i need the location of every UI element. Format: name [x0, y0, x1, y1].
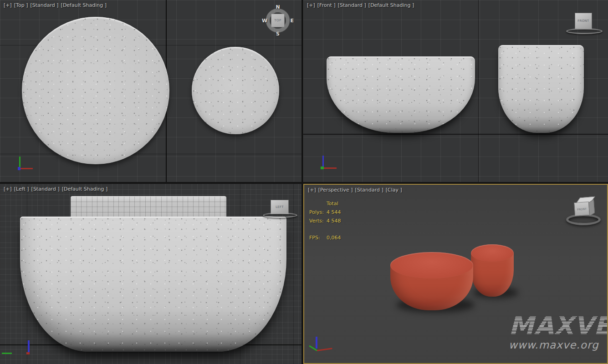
clay-planter-small-top[interactable] [471, 244, 514, 262]
watermark-brand: MAXVE [509, 313, 608, 338]
grid-origin-axis-z [478, 0, 479, 182]
viewport-menu-pov[interactable]: [Front ] [317, 2, 336, 8]
stats-fps-label: FPS: [309, 233, 327, 242]
compass-east-label[interactable]: E [290, 18, 294, 24]
clay-planter-large-top[interactable] [390, 252, 473, 278]
watermark-url: www.maxve.org [509, 339, 608, 351]
viewcube-face-front[interactable]: FRONT [574, 202, 590, 216]
viewport-menu-shading[interactable]: [Default Shading ] [61, 2, 107, 8]
viewport-menu-renderer[interactable]: [Standard ] [355, 187, 383, 193]
viewcube-face-top[interactable]: TOP [271, 14, 285, 27]
viewport-menu-shading[interactable]: [Default Shading ] [368, 2, 414, 8]
compass-north-label[interactable]: N [276, 4, 280, 10]
viewport-top[interactable]: [+] [Top ] [Standard ] [Default Shading … [0, 0, 301, 182]
clay-planter-large[interactable] [390, 252, 473, 312]
viewport-menu-general[interactable]: [+] [307, 2, 315, 8]
viewport-label-top: [+] [Top ] [Standard ] [Default Shading … [4, 2, 107, 8]
grid-origin-axis-y [0, 154, 301, 154]
viewport-menu-general[interactable]: [+] [4, 2, 12, 8]
viewport-perspective-active[interactable]: [+] [Perspective ] [Standard ] [Clay ] T… [303, 184, 608, 364]
viewcube-ring-icon[interactable] [566, 28, 603, 34]
viewport-front[interactable]: [+] [Front ] [Standard ] [Default Shadin… [303, 0, 608, 182]
viewcube-3d[interactable]: FRONT [565, 195, 605, 229]
planter-small-front-view[interactable] [498, 45, 584, 133]
viewport-label-left: [+] [Left ] [Standard ] [Default Shading… [4, 186, 107, 192]
grid-origin-axis-x [303, 134, 608, 135]
viewport-menu-general[interactable]: [+] [308, 187, 316, 193]
viewcube-face-front[interactable]: FRONT [575, 13, 592, 29]
stats-total-header: Total [327, 201, 338, 207]
viewport-menu-pov[interactable]: [Top ] [14, 2, 28, 8]
viewport-menu-shading[interactable]: [Clay ] [386, 187, 402, 193]
watermark: MAXVE www.maxve.org [509, 313, 608, 351]
viewcube-compass[interactable]: TOP N E S W [263, 5, 293, 35]
stats-fps-value: 0,064 [327, 235, 341, 241]
stats-polys-label: Polys: [309, 208, 327, 217]
viewport-menu-general[interactable]: [+] [4, 186, 12, 192]
compass-south-label[interactable]: S [276, 31, 280, 37]
stats-polys-value: 4 544 [327, 209, 341, 215]
viewport-menu-pov[interactable]: [Perspective ] [318, 187, 353, 193]
axis-tripod-icon [308, 335, 346, 362]
viewcube[interactable]: FRONT [565, 12, 606, 35]
stats-verts-label: Verts: [309, 217, 327, 225]
clay-planter-small[interactable] [471, 244, 514, 298]
viewport-menu-renderer[interactable]: [Standard ] [338, 2, 366, 8]
viewport-menu-renderer[interactable]: [Standard ] [31, 186, 60, 192]
planter-large-left-view[interactable] [20, 217, 286, 352]
compass-west-label[interactable]: W [262, 18, 267, 24]
stats-verts-value: 4 548 [327, 218, 341, 224]
viewcube[interactable]: LEFT [261, 199, 301, 221]
viewport-menu-renderer[interactable]: [Standard ] [30, 2, 58, 8]
planter-small-left-view[interactable] [71, 196, 226, 218]
viewport-statistics: Total Polys:4 544 Verts:4 548 FPS:0,064 [309, 199, 341, 242]
viewcube-ring-icon[interactable] [263, 212, 297, 218]
viewport-left[interactable]: [+] [Left ] [Standard ] [Default Shading… [0, 184, 301, 364]
planter-small-top-view[interactable] [192, 47, 279, 134]
viewport-menu-pov[interactable]: [Left ] [14, 186, 29, 192]
max-viewport-layout: [+] [Top ] [Standard ] [Default Shading … [0, 0, 608, 364]
viewport-menu-shading[interactable]: [Default Shading ] [62, 186, 107, 192]
viewport-label-front: [+] [Front ] [Standard ] [Default Shadin… [307, 2, 414, 8]
viewport-label-perspective: [+] [Perspective ] [Standard ] [Clay ] [308, 187, 402, 193]
planter-large-top-view[interactable] [22, 17, 169, 164]
